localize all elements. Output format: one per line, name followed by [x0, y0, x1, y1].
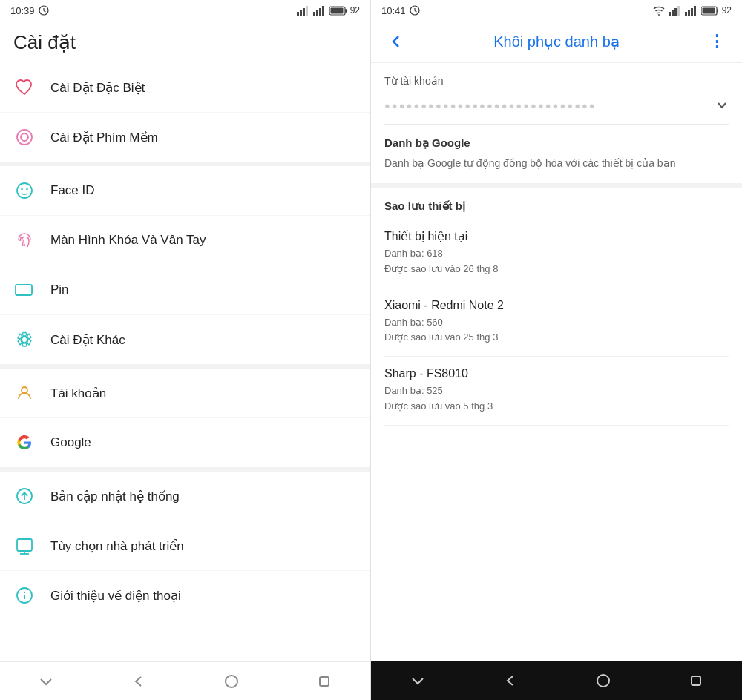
settings-item-cai-dat-khac[interactable]: Cài Đặt Khác	[0, 315, 370, 364]
tai-khoan-label: Tài khoản	[50, 386, 106, 401]
svg-point-21	[22, 337, 27, 343]
right-battery-icon	[701, 6, 719, 16]
svg-rect-43	[691, 8, 693, 16]
svg-rect-4	[300, 10, 302, 16]
svg-line-2	[44, 11, 46, 13]
right-nav-back[interactable]	[496, 666, 525, 696]
settings-section-4: Bản cập nhật hệ thống Tùy chọn nhà phát …	[0, 472, 370, 620]
svg-point-16	[17, 183, 32, 198]
gioi-thieu-label: Giới thiệu về điện thoại	[50, 588, 181, 604]
from-account-label: Từ tài khoản	[384, 75, 729, 87]
settings-item-ban-cap-nhat[interactable]: Bản cập nhật hệ thống	[0, 472, 370, 521]
pin-label: Pin	[50, 283, 69, 297]
backup-device-0-contacts: Danh bạ: 618	[384, 246, 729, 262]
cai-dat-dac-biet-label: Cài Đặt Đặc Biệt	[50, 80, 145, 96]
left-nav-recent[interactable]	[309, 667, 339, 696]
right-header: Khôi phục danh bạ ⋮	[371, 21, 742, 63]
settings-item-tuy-chon[interactable]: Tùy chọn nhà phát triển	[0, 521, 370, 571]
left-nav-bar	[0, 661, 370, 700]
left-panel: 10:39 92 Cài đặt	[0, 0, 371, 700]
svg-rect-7	[313, 12, 315, 16]
right-panel: 10:41 92 Khôi phục danh bạ	[371, 0, 742, 700]
settings-section-1: Cài Đặt Đặc Biệt Cài Đặt Phím Mềm	[0, 63, 370, 166]
settings-section-2: Face ID Màn Hình Khóa Và Vân Tay Pin Cài…	[0, 166, 370, 369]
backup-device-2-name: Sharp - FS8010	[384, 367, 729, 380]
svg-rect-37	[669, 12, 671, 16]
settings-item-gioi-thieu[interactable]: Giới thiệu về điện thoại	[0, 571, 370, 620]
right-battery-pct: 92	[722, 5, 732, 16]
svg-point-18	[26, 188, 28, 191]
svg-rect-5	[303, 8, 305, 16]
dev-icon	[13, 535, 36, 557]
svg-rect-40	[677, 6, 680, 16]
backup-device-1-contacts: Danh bạ: 560	[384, 315, 729, 331]
account-dropdown[interactable]: ●●●●●●●●●●●●●●●●●●●●●●●●●●●●●	[384, 93, 729, 125]
settings-item-pin[interactable]: Pin	[0, 265, 370, 315]
svg-rect-6	[306, 6, 308, 16]
left-battery-pct: 92	[350, 5, 360, 16]
left-nav-down[interactable]	[31, 667, 61, 696]
settings-item-face-id[interactable]: Face ID	[0, 166, 370, 216]
user-icon	[13, 382, 36, 404]
more-button[interactable]: ⋮	[703, 28, 730, 55]
right-nav-bar	[371, 661, 742, 700]
svg-rect-12	[345, 9, 347, 13]
heart-icon	[13, 76, 36, 99]
left-battery-icon	[329, 6, 347, 16]
left-signal-icon	[297, 6, 310, 16]
svg-rect-46	[717, 9, 718, 13]
svg-rect-42	[688, 10, 690, 16]
google-contacts-title: Danh bạ Google	[384, 136, 729, 150]
right-nav-recent[interactable]	[681, 666, 711, 696]
right-signal2-icon	[685, 6, 698, 16]
settings-item-tai-khoan[interactable]: Tài khoản	[0, 369, 370, 418]
backup-device-0-date: Được sao lưu vào 26 thg 8	[384, 262, 729, 277]
svg-rect-8	[316, 10, 318, 16]
backup-device-1-date: Được sao lưu vào 25 thg 3	[384, 330, 729, 346]
right-nav-down[interactable]	[403, 666, 433, 696]
svg-rect-32	[320, 677, 329, 686]
settings-item-cai-dat-phim-mem[interactable]: Cài Đặt Phím Mềm	[0, 113, 370, 162]
info-icon	[13, 584, 36, 607]
right-time: 10:41	[381, 5, 406, 16]
gear-icon	[13, 328, 36, 351]
settings-item-cai-dat-dac-biet[interactable]: Cài Đặt Đặc Biệt	[0, 63, 370, 113]
svg-point-22	[22, 387, 27, 393]
left-nav-home[interactable]	[217, 667, 246, 696]
right-signal1-icon	[669, 6, 682, 16]
backup-device-1[interactable]: Xiaomi - Redmi Note 2 Danh bạ: 560 Được …	[384, 288, 729, 357]
svg-point-15	[21, 133, 28, 141]
svg-point-31	[226, 676, 237, 687]
ban-cap-nhat-label: Bản cập nhật hệ thống	[50, 489, 180, 504]
google-icon	[13, 432, 36, 454]
account-email: ●●●●●●●●●●●●●●●●●●●●●●●●●●●●●	[384, 100, 597, 111]
google-label: Google	[50, 435, 91, 450]
face-id-label: Face ID	[50, 183, 95, 198]
back-button[interactable]	[383, 28, 410, 55]
settings-item-google[interactable]: Google	[0, 418, 370, 467]
backup-device-2[interactable]: Sharp - FS8010 Danh bạ: 525 Được sao lưu…	[384, 357, 729, 426]
man-hinh-khoa-label: Màn Hình Khóa Và Vân Tay	[50, 233, 206, 248]
backup-device-0[interactable]: Thiết bị hiện tại Danh bạ: 618 Được sao …	[384, 219, 729, 288]
tuy-chon-label: Tùy chọn nhà phát triển	[50, 538, 184, 554]
left-clock-icon	[39, 5, 49, 16]
settings-item-man-hinh-khoa[interactable]: Màn Hình Khóa Và Vân Tay	[0, 216, 370, 265]
svg-point-14	[17, 130, 32, 145]
svg-point-17	[21, 188, 23, 191]
backup-device-0-name: Thiết bị hiện tại	[384, 229, 729, 243]
google-contacts-desc: Danh bạ Google tự động đồng bộ hóa với c…	[384, 156, 729, 171]
left-signal2-icon	[313, 6, 326, 16]
update-icon	[13, 485, 36, 507]
svg-rect-13	[330, 7, 343, 13]
svg-rect-9	[319, 8, 321, 16]
svg-rect-3	[297, 12, 299, 16]
circle-dot-icon	[13, 126, 36, 148]
right-nav-home[interactable]	[588, 666, 618, 696]
svg-rect-39	[674, 8, 677, 16]
from-account-section: Từ tài khoản ●●●●●●●●●●●●●●●●●●●●●●●●●●●…	[371, 63, 742, 125]
right-content: Từ tài khoản ●●●●●●●●●●●●●●●●●●●●●●●●●●●…	[371, 63, 742, 661]
backup-device-1-name: Xiaomi - Redmi Note 2	[384, 299, 729, 312]
svg-rect-47	[702, 7, 715, 13]
left-nav-back[interactable]	[124, 667, 154, 696]
svg-rect-44	[694, 6, 696, 16]
